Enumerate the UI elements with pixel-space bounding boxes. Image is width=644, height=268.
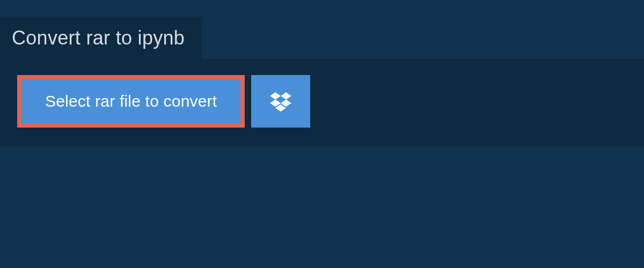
select-file-button[interactable]: Select rar file to convert	[21, 79, 240, 123]
main-panel: Select rar file to convert	[0, 59, 644, 147]
dropbox-button[interactable]	[251, 75, 310, 128]
page-title: Convert rar to ipynb	[12, 27, 185, 49]
select-file-highlight: Select rar file to convert	[17, 75, 245, 128]
button-row: Select rar file to convert	[17, 75, 627, 128]
dropbox-icon	[270, 91, 291, 112]
tab-header: Convert rar to ipynb	[0, 17, 202, 59]
